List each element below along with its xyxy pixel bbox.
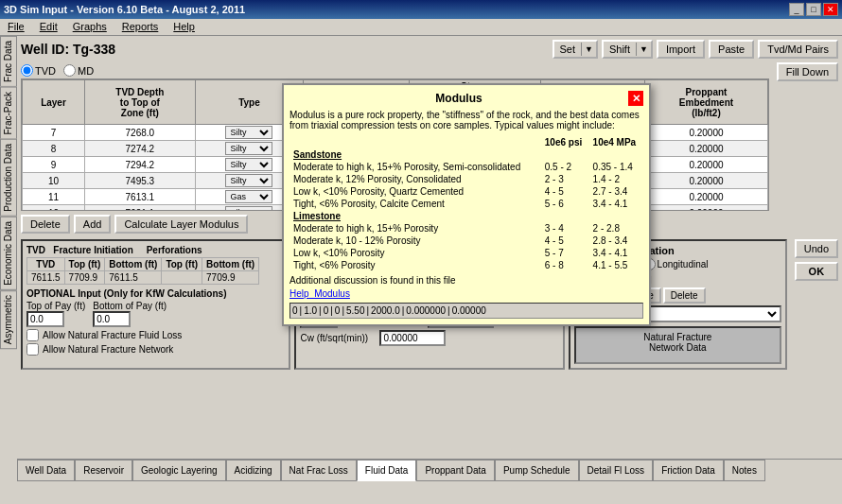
menu-bar: File Edit Graphs Reports Help [0, 19, 842, 36]
type-select[interactable]: Silty Gas Sand Shale [225, 206, 272, 211]
bottom-tab-acidizing[interactable]: Acidizing [226, 460, 281, 481]
nat-frac-fluid-loss-checkbox[interactable] [26, 329, 39, 341]
perf-tvd: 7611.5 [27, 271, 65, 285]
menu-file[interactable]: File [4, 21, 28, 33]
popup-table: 10e6 psi 10e4 MPa Sandstone Moderate to … [289, 136, 643, 271]
sand-row-4: Tight, <6% Porosity, Calcite Cement 5 - … [289, 198, 643, 210]
bottom-of-pay-input[interactable] [93, 311, 131, 327]
nat-frac-network-checkbox[interactable] [26, 343, 39, 356]
popup-close-btn[interactable]: ✕ [628, 91, 643, 106]
window-controls[interactable]: _ □ ✕ [789, 3, 838, 16]
optional-label: OPTIONAL Input (Only for KfW Calculation… [26, 288, 285, 299]
pay-inputs: Top of Pay (ft) Bottom of Pay (ft) [26, 301, 285, 327]
popup-bottom-bar: 0 | 1.0 | 0 | 0 | 5.50 | 2000.0 | 0.0000… [289, 303, 643, 319]
set-arrow[interactable]: ▼ [581, 43, 596, 56]
sidebar-tab-frac-pack[interactable]: Frac-Pack [0, 87, 17, 140]
shift-dropdown[interactable]: Shift ▼ [602, 40, 653, 59]
popup-bar-val-1: 0 [292, 305, 298, 316]
type-select[interactable]: Silty Gas Sand Shale [225, 142, 272, 155]
bottom-tab-geologic-layering[interactable]: Geologic Layering [132, 460, 226, 481]
lime-row-1: Moderate to high k, 15+% Porosity 3 - 4 … [289, 222, 643, 235]
ok-button[interactable]: OK [795, 262, 838, 281]
sand-low-2: 2 - 3 [541, 173, 589, 185]
delete-button[interactable]: Delete [21, 215, 70, 234]
lime-desc-2: Moderate k, 10 - 12% Porosity [289, 235, 541, 247]
bottom-tab-pump-schedule[interactable]: Pump Schedule [495, 460, 579, 481]
geo-delete-btn[interactable]: Delete [663, 287, 706, 304]
lime-desc-3: Low k, <10% Porosity [289, 247, 541, 259]
lime-row-2: Moderate k, 10 - 12% Porosity 4 - 5 2.8 … [289, 235, 643, 247]
bottom-tab-proppant-data[interactable]: Proppant Data [416, 460, 495, 481]
fracture-panel: TVD Fracture Initiation Perforations TVD… [21, 239, 290, 370]
help-modulus-link[interactable]: Help_Modulus [289, 288, 350, 299]
type-select[interactable]: Silty Gas Sand Shale [225, 126, 272, 139]
cw-input[interactable] [379, 330, 446, 346]
col-tvd-depth: TVD Depthto Top ofZone (ft) [84, 80, 195, 125]
minimize-btn[interactable]: _ [789, 3, 804, 16]
nat-frac-fluid-loss-label: Allow Natural Fracture Fluid Loss [43, 330, 182, 340]
tvd-radio[interactable] [21, 64, 33, 77]
perforations-table: TVD Top (ft) Bottom (ft) Top (ft) Bottom… [26, 257, 259, 285]
bottom-tab-friction-data[interactable]: Friction Data [653, 460, 724, 481]
cell-layer: 9 [23, 157, 85, 173]
close-btn[interactable]: ✕ [823, 3, 838, 16]
sand-high-1: 0.35 - 1.4 [589, 161, 643, 173]
additional-text: Additional discussion is found in this f… [289, 275, 643, 286]
col-layer: Layer [23, 80, 85, 125]
type-select[interactable]: Silty Gas Sand Shale [225, 174, 272, 187]
content-area: Well ID: Tg-338 Set ▼ Shift ▼ Import Pas… [17, 36, 842, 481]
bottom-tab-notes[interactable]: Notes [724, 460, 765, 481]
popup-text: Modulus is a pure rock property, the "st… [289, 110, 643, 130]
perf-row-1: 7611.5 7709.9 7611.5 7709.9 [27, 271, 259, 285]
cell-tvd: 7268.0 [84, 125, 195, 141]
sandstone-header: Sandstone [289, 148, 541, 161]
calculate-modulus-button[interactable]: Calculate Layer Modulus [114, 215, 248, 234]
shift-arrow[interactable]: ▼ [636, 43, 651, 56]
tvd-md-pairs-button[interactable]: Tvd/Md Pairs [758, 40, 838, 59]
title-bar: 3D Sim Input - Version 6.10 Beta - Augus… [0, 0, 842, 19]
bottom-tab-nat-frac-loss[interactable]: Nat Frac Loss [281, 460, 357, 481]
sidebar-tab-frac-data[interactable]: Frac Data [0, 36, 17, 87]
import-button[interactable]: Import [657, 40, 705, 59]
md-radio[interactable] [63, 64, 76, 77]
type-select[interactable]: Silty Gas Sand Shale [225, 158, 272, 171]
paste-button[interactable]: Paste [709, 40, 754, 59]
sand-high-4: 3.4 - 4.1 [589, 198, 643, 210]
bottom-tab-well-data[interactable]: Well Data [17, 460, 75, 481]
cell-layer: 12 [23, 205, 85, 212]
menu-graphs[interactable]: Graphs [69, 21, 111, 33]
tvd-label: TVD [35, 65, 56, 77]
nat-frac-network-label: Allow Natural Fracture Network [43, 344, 173, 355]
nat-frac-network-data-label: Natural FractureNetwork Data [643, 332, 711, 353]
type-select[interactable]: Silty Gas Sand Shale [225, 190, 272, 203]
add-button[interactable]: Add [74, 215, 112, 234]
maximize-btn[interactable]: □ [806, 3, 821, 16]
nat-frac-network-row: Allow Natural Fracture Network [26, 343, 285, 356]
bottom-tab-detail-fl-loss[interactable]: Detail Fl Loss [579, 460, 654, 481]
sidebar-tabs: Frac Data Frac-Pack Production Data Econ… [0, 36, 17, 481]
sidebar-tab-economic-data[interactable]: Economic Data [0, 217, 17, 290]
undo-button[interactable]: Undo [795, 239, 838, 258]
menu-reports[interactable]: Reports [118, 21, 163, 33]
sand-high-3: 2.7 - 3.4 [589, 185, 643, 198]
well-id: Well ID: Tg-338 [21, 42, 115, 57]
app-title: 3D Sim Input - Version 6.10 Beta - Augus… [4, 4, 245, 15]
bottom-tab-reservoir[interactable]: Reservoir [75, 460, 132, 481]
popup-bar-val-8: 0.00000 [452, 305, 486, 316]
top-of-pay-input[interactable] [26, 311, 64, 327]
lime-high-2: 2.8 - 3.4 [589, 235, 643, 247]
bottom-tab-fluid-data[interactable]: Fluid Data [357, 460, 417, 481]
sidebar-tab-production-data[interactable]: Production Data [0, 139, 17, 217]
lime-low-1: 3 - 4 [541, 222, 589, 235]
limestone-header: Limestone [289, 210, 541, 222]
set-dropdown[interactable]: Set ▼ [553, 40, 598, 59]
popup-bar-val-2: 1.0 [304, 305, 317, 316]
nat-frac-network-data-box[interactable]: Natural FractureNetwork Data [574, 326, 781, 364]
fill-down-button[interactable]: Fill Down [777, 62, 838, 81]
lime-desc-4: Tight, <6% Porosity [289, 259, 541, 271]
menu-edit[interactable]: Edit [36, 21, 61, 33]
perf-frac-bot: 7611.5 [105, 271, 162, 285]
perf-col-tvd: TVD [27, 258, 65, 271]
sidebar-tab-asymmetric[interactable]: Asymmetric [0, 290, 17, 349]
menu-help[interactable]: Help [169, 21, 199, 33]
